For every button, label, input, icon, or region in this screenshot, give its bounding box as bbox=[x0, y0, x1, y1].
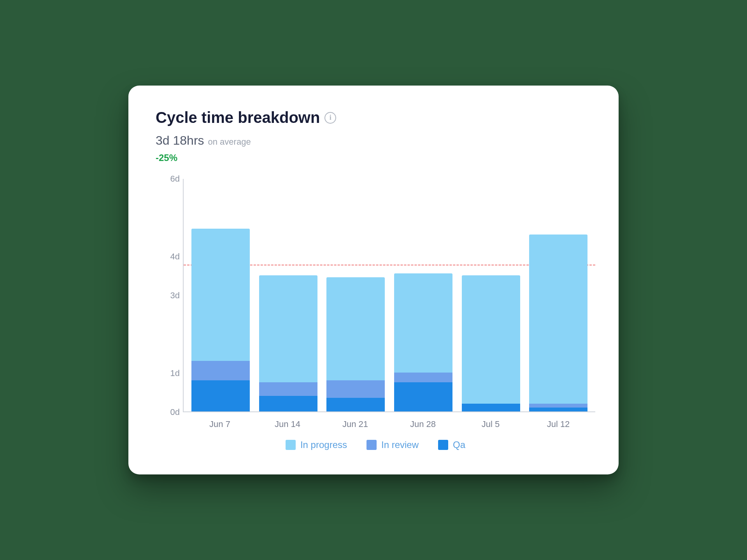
chart-legend: In progressIn reviewQa bbox=[156, 439, 595, 450]
bar-segment-qa bbox=[462, 404, 520, 411]
chart-plot bbox=[183, 179, 595, 412]
bars-container bbox=[184, 179, 595, 411]
bar-segment-in-progress bbox=[259, 275, 317, 382]
bar-segment-qa bbox=[529, 408, 587, 411]
bar-segment-in-review bbox=[326, 380, 385, 398]
bar-column bbox=[187, 179, 254, 411]
average-row: 3d 18hrs on average bbox=[156, 133, 595, 148]
y-tick: 6d bbox=[170, 174, 180, 184]
bar-column bbox=[524, 179, 592, 411]
y-tick: 3d bbox=[170, 290, 180, 301]
legend-label: Qa bbox=[453, 439, 465, 450]
bar-segment-qa bbox=[326, 398, 385, 411]
legend-swatch bbox=[286, 440, 296, 450]
bar-segment-qa bbox=[191, 380, 250, 411]
bar-segment-in-review bbox=[191, 361, 250, 380]
bar-segment-qa bbox=[259, 396, 317, 411]
card-title: Cycle time breakdown bbox=[156, 109, 320, 126]
bar-segment-in-review bbox=[259, 382, 317, 396]
x-tick-label: Jun 7 bbox=[186, 419, 254, 429]
bar-segment-in-progress bbox=[529, 234, 587, 404]
y-axis: 0d1d3d4d6d bbox=[160, 179, 183, 412]
bar-segment-in-progress bbox=[191, 229, 250, 361]
average-label: on average bbox=[208, 137, 251, 147]
legend-item-in-progress[interactable]: In progress bbox=[286, 439, 347, 450]
y-tick: 1d bbox=[170, 368, 180, 378]
card-header: Cycle time breakdown i bbox=[156, 109, 595, 126]
x-tick-label: Jul 5 bbox=[457, 419, 524, 429]
bar-segment-in-review bbox=[529, 404, 587, 408]
delta-change: -25% bbox=[156, 152, 595, 163]
x-tick-label: Jun 14 bbox=[254, 419, 321, 429]
average-value: 3d 18hrs bbox=[156, 133, 204, 148]
bar-column bbox=[254, 179, 322, 411]
legend-item-in-review[interactable]: In review bbox=[366, 439, 419, 450]
chart-area: 0d1d3d4d6d Jun 7Jun 14Jun 21Jun 28Jul 5J… bbox=[160, 179, 595, 412]
bar-segment-in-progress bbox=[394, 273, 452, 373]
stacked-bar[interactable] bbox=[191, 229, 250, 411]
y-tick: 4d bbox=[170, 252, 180, 262]
stacked-bar[interactable] bbox=[462, 275, 520, 411]
bar-segment-in-progress bbox=[462, 275, 520, 404]
x-tick-label: Jun 21 bbox=[321, 419, 389, 429]
bar-segment-in-progress bbox=[326, 277, 385, 380]
x-axis-labels: Jun 7Jun 14Jun 21Jun 28Jul 5Jul 12 bbox=[183, 412, 595, 429]
cycle-time-card: Cycle time breakdown i 3d 18hrs on avera… bbox=[128, 86, 619, 474]
x-tick-label: Jun 28 bbox=[389, 419, 457, 429]
bar-column bbox=[322, 179, 389, 411]
bar-segment-in-review bbox=[394, 373, 452, 382]
bar-column bbox=[457, 179, 525, 411]
y-tick: 0d bbox=[170, 407, 180, 417]
stacked-bar[interactable] bbox=[529, 234, 587, 411]
stacked-bar[interactable] bbox=[259, 275, 317, 411]
legend-swatch bbox=[366, 440, 377, 450]
legend-label: In review bbox=[381, 439, 419, 450]
x-tick-label: Jul 12 bbox=[524, 419, 592, 429]
legend-swatch bbox=[438, 440, 448, 450]
legend-label: In progress bbox=[300, 439, 347, 450]
info-icon[interactable]: i bbox=[324, 112, 336, 124]
stacked-bar[interactable] bbox=[394, 273, 452, 411]
legend-item-qa[interactable]: Qa bbox=[438, 439, 465, 450]
bar-segment-qa bbox=[394, 382, 452, 411]
bar-column bbox=[389, 179, 457, 411]
stacked-bar[interactable] bbox=[326, 277, 385, 411]
